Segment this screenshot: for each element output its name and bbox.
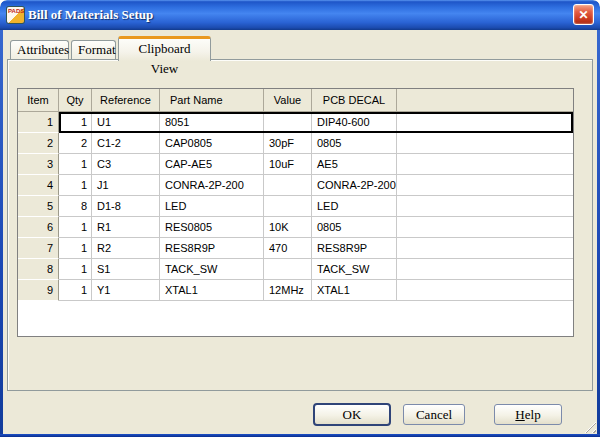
extra-cell[interactable] [397, 112, 573, 133]
value-cell[interactable]: 470 [264, 238, 312, 259]
qty-cell[interactable]: 1 [59, 112, 92, 133]
reference-cell[interactable]: J1 [92, 175, 160, 196]
value-cell[interactable]: 12MHz [264, 280, 312, 301]
column-header-pcb-decal[interactable]: PCB DECAL [312, 89, 397, 111]
pcb-decal-cell[interactable]: 0805 [312, 217, 397, 238]
row-number-cell[interactable]: 7 [18, 238, 59, 259]
row-number-cell[interactable]: 5 [18, 196, 59, 217]
table-row[interactable]: 81S1TACK_SWTACK_SW [18, 259, 573, 280]
table-row[interactable]: 22C1-2CAP080530pF0805 [18, 133, 573, 154]
column-header-reference[interactable]: Reference [92, 89, 160, 111]
part-name-cell[interactable]: 8051 [160, 112, 264, 133]
value-cell[interactable]: 30pF [264, 133, 312, 154]
table-row[interactable]: 11U18051DIP40-600 [18, 112, 573, 133]
cancel-button[interactable]: Cancel [403, 404, 465, 425]
row-data: 1C3CAP-AE510uFAE5 [59, 154, 573, 175]
qty-cell[interactable]: 1 [59, 238, 92, 259]
part-name-cell[interactable]: LED [160, 196, 264, 217]
pcb-decal-cell[interactable]: XTAL1 [312, 280, 397, 301]
qty-cell[interactable]: 1 [59, 154, 92, 175]
table-row[interactable]: 91Y1XTAL112MHzXTAL1 [18, 280, 573, 301]
extra-cell[interactable] [397, 196, 573, 217]
value-cell[interactable] [264, 259, 312, 280]
qty-cell[interactable]: 2 [59, 133, 92, 154]
ok-label: OK [343, 407, 362, 423]
reference-cell[interactable]: C1-2 [92, 133, 160, 154]
pcb-decal-cell[interactable]: TACK_SW [312, 259, 397, 280]
cancel-label: Cancel [416, 407, 452, 423]
extra-cell[interactable] [397, 133, 573, 154]
qty-cell[interactable]: 1 [59, 280, 92, 301]
reference-cell[interactable]: R2 [92, 238, 160, 259]
column-header-extra[interactable] [397, 89, 573, 111]
column-header-value[interactable]: Value [264, 89, 312, 111]
extra-cell[interactable] [397, 238, 573, 259]
row-number-cell[interactable]: 8 [18, 259, 59, 280]
titlebar[interactable]: PADS Bill of Materials Setup ✕ [0, 0, 600, 30]
tab-format[interactable]: Format [71, 40, 116, 59]
table-row[interactable]: 58D1-8LEDLED [18, 196, 573, 217]
reference-cell[interactable]: C3 [92, 154, 160, 175]
part-name-cell[interactable]: CAP0805 [160, 133, 264, 154]
pcb-decal-cell[interactable]: 0805 [312, 133, 397, 154]
part-name-cell[interactable]: TACK_SW [160, 259, 264, 280]
tab-clipboard-view[interactable]: Clipboard View [118, 36, 211, 61]
column-header-part-name[interactable]: Part Name [160, 89, 264, 111]
value-cell[interactable] [264, 175, 312, 196]
resize-grip-icon[interactable] [583, 420, 596, 433]
pcb-decal-cell[interactable]: CONRA-2P-200 [312, 175, 397, 196]
table-body: 11U18051DIP40-60022C1-2CAP080530pF080531… [18, 112, 573, 301]
table-header-row: Item Qty Reference Part Name Value PCB D… [18, 89, 573, 112]
part-name-cell[interactable]: RES8R9P [160, 238, 264, 259]
value-cell[interactable]: 10uF [264, 154, 312, 175]
reference-cell[interactable]: D1-8 [92, 196, 160, 217]
extra-cell[interactable] [397, 259, 573, 280]
table-row[interactable]: 61R1RES080510K0805 [18, 217, 573, 238]
column-header-qty[interactable]: Qty [59, 89, 92, 111]
bom-table[interactable]: Item Qty Reference Part Name Value PCB D… [17, 88, 574, 337]
ok-button[interactable]: OK [313, 403, 391, 426]
close-button[interactable]: ✕ [573, 4, 594, 25]
qty-cell[interactable]: 1 [59, 175, 92, 196]
table-row[interactable]: 71R2RES8R9P470RES8R9P [18, 238, 573, 259]
value-cell[interactable] [264, 196, 312, 217]
reference-cell[interactable]: S1 [92, 259, 160, 280]
row-data: 1Y1XTAL112MHzXTAL1 [59, 280, 573, 301]
row-number-cell[interactable]: 2 [18, 133, 59, 154]
pcb-decal-cell[interactable]: DIP40-600 [312, 112, 397, 133]
reference-cell[interactable]: R1 [92, 217, 160, 238]
value-cell[interactable] [264, 112, 312, 133]
part-name-cell[interactable]: CAP-AE5 [160, 154, 264, 175]
qty-cell[interactable]: 1 [59, 217, 92, 238]
value-cell[interactable]: 10K [264, 217, 312, 238]
reference-cell[interactable]: U1 [92, 112, 160, 133]
pcb-decal-cell[interactable]: RES8R9P [312, 238, 397, 259]
part-name-cell[interactable]: RES0805 [160, 217, 264, 238]
part-name-cell[interactable]: CONRA-2P-200 [160, 175, 264, 196]
qty-cell[interactable]: 8 [59, 196, 92, 217]
window-title: Bill of Materials Setup [28, 7, 153, 23]
row-number-cell[interactable]: 6 [18, 217, 59, 238]
extra-cell[interactable] [397, 280, 573, 301]
pcb-decal-cell[interactable]: AE5 [312, 154, 397, 175]
table-row[interactable]: 41J1CONRA-2P-200CONRA-2P-200 [18, 175, 573, 196]
row-number-cell[interactable]: 9 [18, 280, 59, 301]
row-number-cell[interactable]: 1 [18, 112, 59, 133]
row-number-cell[interactable]: 4 [18, 175, 59, 196]
row-data: 2C1-2CAP080530pF0805 [59, 133, 573, 154]
qty-cell[interactable]: 1 [59, 259, 92, 280]
column-header-item[interactable]: Item [18, 89, 59, 111]
pads-logo-icon: PADS [7, 7, 24, 23]
pcb-decal-cell[interactable]: LED [312, 196, 397, 217]
extra-cell[interactable] [397, 154, 573, 175]
row-data: 1R2RES8R9P470RES8R9P [59, 238, 573, 259]
reference-cell[interactable]: Y1 [92, 280, 160, 301]
part-name-cell[interactable]: XTAL1 [160, 280, 264, 301]
row-number-cell[interactable]: 3 [18, 154, 59, 175]
extra-cell[interactable] [397, 175, 573, 196]
tab-attributes[interactable]: Attributes [10, 40, 69, 59]
table-row[interactable]: 31C3CAP-AE510uFAE5 [18, 154, 573, 175]
extra-cell[interactable] [397, 217, 573, 238]
help-button[interactable]: Help [494, 404, 562, 425]
help-label: Help [515, 407, 540, 423]
